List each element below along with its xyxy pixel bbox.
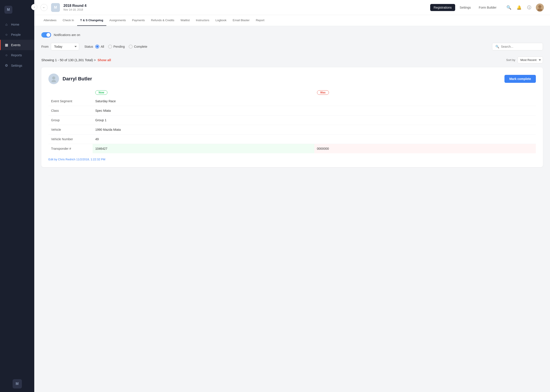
notifications-toggle[interactable]	[41, 32, 51, 38]
table-row: Transponder # 1046427 0000000	[48, 144, 536, 153]
tab-check_in[interactable]: Check In	[60, 15, 77, 26]
table-row: Event Segment Saturday Race	[48, 97, 536, 106]
radio-complete-circle	[129, 45, 133, 49]
change-table: Event Segment Saturday Race Class Spec M…	[48, 97, 536, 153]
back-button[interactable]: ←	[40, 4, 48, 11]
search-icon-inner: 🔍	[495, 45, 499, 48]
sidebar-item-label-people: People	[11, 33, 21, 36]
search-icon[interactable]: 🔍	[505, 4, 512, 11]
header-actions: 🔍 🔔 ⓘ	[505, 4, 544, 12]
sort-label: Sort by	[506, 58, 515, 62]
row-was-value: 0000000	[314, 144, 536, 153]
row-was-value	[314, 117, 536, 123]
row-label: Vehicle	[48, 125, 93, 134]
sidebar-item-home[interactable]: ⌂Home	[0, 20, 34, 30]
sidebar-item-reports[interactable]: ○Reports	[0, 50, 34, 60]
filter-bar: From Today Last 7 days Last 30 days All …	[41, 43, 543, 50]
tab-payments[interactable]: Payments	[129, 15, 148, 26]
logo-icon: M	[4, 6, 12, 14]
event-icon: M	[51, 3, 60, 12]
status-pending-label: Pending	[113, 45, 125, 48]
from-select[interactable]: Today Last 7 days Last 30 days All time	[51, 43, 79, 50]
row-label: Group	[48, 116, 93, 125]
collapse-button[interactable]: ‹	[31, 4, 37, 10]
row-now-value: Spec Miata	[93, 106, 314, 115]
from-filter: From Today Last 7 days Last 30 days All …	[41, 43, 79, 50]
events-icon: ▦	[4, 43, 8, 47]
row-now-value: 1990 Mazda Miata	[93, 125, 314, 134]
sidebar-item-people[interactable]: ○People	[0, 30, 34, 40]
row-label: Vehicle Number	[48, 134, 93, 144]
status-all[interactable]: All	[95, 45, 104, 49]
people-icon: ○	[4, 33, 8, 37]
table-row: Vehicle Number 49	[48, 134, 536, 144]
table-row: Group Group 1	[48, 115, 536, 125]
row-now-value: Group 1	[93, 116, 314, 125]
search-input[interactable]	[501, 45, 540, 48]
sidebar: ‹ M ⌂Home○People▦Events○Reports⚙Settings…	[0, 0, 34, 392]
header-nav-buttons: RegistrationsSettingsForm Builder	[430, 4, 500, 11]
tab-instructors[interactable]: Instructors	[193, 15, 213, 26]
row-now-value: Saturday Race	[93, 97, 314, 106]
header-nav-form_builder[interactable]: Form Builder	[475, 4, 500, 11]
row-now-value: 1046427	[93, 144, 314, 153]
status-complete-label: Complete	[134, 45, 147, 48]
user-avatar[interactable]	[536, 4, 544, 12]
row-label: Transponder #	[48, 144, 93, 153]
main-content: ← M 2018 Round 4 Nov 14-18, 2018 Registr…	[34, 0, 550, 392]
now-badge: Now	[95, 90, 107, 95]
sidebar-item-events[interactable]: ▦Events	[0, 40, 34, 50]
tab-refunds_credits[interactable]: Refunds & Credits	[148, 15, 178, 26]
show-all-button[interactable]: Show all	[98, 58, 111, 62]
sidebar-navigation: ⌂Home○People▦Events○Reports⚙Settings	[0, 17, 34, 376]
table-row: Vehicle 1990 Mazda Miata	[48, 125, 536, 134]
event-title: 2018 Round 4	[64, 4, 427, 8]
results-count: Showing 1 - 50 of 130 (1,301 Total) > Sh…	[41, 58, 111, 62]
row-was-value	[314, 136, 536, 142]
sidebar-item-label-settings: Settings	[11, 64, 22, 67]
sort-bar: Sort by Most Recent Oldest First Name A-…	[506, 56, 543, 63]
now-badge-cell: Now	[93, 90, 314, 96]
status-label: Status	[85, 45, 93, 48]
header-nav-registrations[interactable]: Registrations	[430, 4, 455, 11]
tab-email_blaster[interactable]: Email Blaster	[230, 15, 253, 26]
help-icon[interactable]: ⓘ	[526, 4, 533, 11]
table-row: Class Spec Miata	[48, 106, 536, 115]
sidebar-item-label-events: Events	[11, 43, 21, 47]
sort-select[interactable]: Most Recent Oldest First Name A-Z	[517, 56, 543, 63]
card-person: Darryl Butler	[48, 74, 92, 84]
tab-report[interactable]: Report	[253, 15, 267, 26]
status-radio-group: All Pending Complete	[95, 45, 147, 49]
sidebar-item-label-reports: Reports	[11, 53, 22, 57]
person-avatar	[48, 74, 59, 84]
sidebar-bottom: M	[0, 376, 34, 392]
event-info: 2018 Round 4 Nov 14-18, 2018	[64, 4, 427, 11]
tab-assignments[interactable]: Assignments	[106, 15, 129, 26]
status-filter: Status All Pending Complete	[85, 45, 147, 49]
was-badge-cell: Was	[314, 90, 536, 96]
mark-complete-button[interactable]: Mark complete	[504, 75, 536, 83]
home-icon: ⌂	[4, 22, 8, 27]
tab-attendees[interactable]: Attendees	[40, 15, 60, 26]
tab-ts_changelog[interactable]: T & S Changelog	[77, 15, 106, 26]
bottom-logo-icon: M	[13, 379, 22, 388]
tab-waitlist[interactable]: Waitlist	[178, 15, 193, 26]
results-header: Showing 1 - 50 of 130 (1,301 Total) > Sh…	[41, 56, 543, 63]
notification-icon[interactable]: 🔔	[515, 4, 523, 11]
label-col-spacer	[48, 92, 93, 93]
row-label: Class	[48, 106, 93, 115]
results-showing-text: Showing 1 - 50 of 130 (1,301 Total) >	[41, 58, 96, 62]
tab-logbook[interactable]: Logbook	[213, 15, 230, 26]
person-name: Darryl Butler	[63, 76, 92, 82]
svg-point-1	[538, 5, 541, 8]
sidebar-item-label-home: Home	[11, 23, 19, 26]
status-pending[interactable]: Pending	[108, 45, 125, 49]
row-now-value: 49	[93, 134, 314, 144]
search-box: 🔍	[492, 43, 543, 50]
reports-icon: ○	[4, 53, 8, 57]
status-complete[interactable]: Complete	[129, 45, 147, 49]
sidebar-item-settings[interactable]: ⚙Settings	[0, 60, 34, 71]
card-header: Darryl Butler Mark complete	[48, 74, 536, 84]
row-was-value	[314, 127, 536, 133]
header-nav-settings[interactable]: Settings	[456, 4, 474, 11]
